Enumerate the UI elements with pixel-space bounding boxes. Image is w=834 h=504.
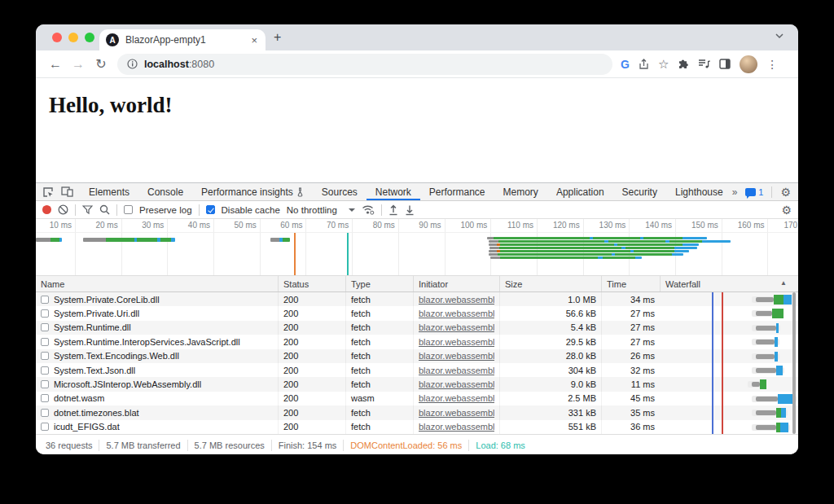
table-row[interactable]: System.Text.Json.dll200fetchblazor.webas… — [36, 363, 798, 377]
google-account-icon[interactable]: G — [621, 58, 630, 71]
reading-list-icon[interactable] — [698, 59, 710, 69]
preserve-log-checkbox[interactable] — [124, 205, 133, 214]
row-checkbox[interactable] — [41, 394, 49, 402]
minimize-window-button[interactable] — [68, 33, 78, 42]
waterfall-blue-bar — [776, 366, 783, 375]
tab-memory[interactable]: Memory — [494, 183, 547, 200]
network-settings-icon[interactable]: ⚙ — [781, 204, 792, 216]
tab-console[interactable]: Console — [138, 183, 192, 200]
bookmark-star-icon[interactable]: ☆ — [658, 57, 669, 72]
issues-badge[interactable]: 1 — [745, 187, 763, 197]
column-header-size[interactable]: Size — [499, 276, 601, 291]
throttling-dropdown[interactable]: No throttling — [287, 205, 355, 215]
cell-waterfall — [660, 420, 797, 434]
inspect-element-icon[interactable] — [42, 186, 54, 198]
column-header-label: Size — [505, 279, 522, 289]
close-window-button[interactable] — [52, 33, 62, 42]
status-bar-item: 5.7 MB transferred — [99, 440, 187, 451]
record-network-log-button[interactable] — [42, 205, 51, 214]
import-har-icon[interactable] — [388, 204, 398, 216]
ruler-tick: 100 ms — [446, 219, 492, 275]
maximize-window-button[interactable] — [85, 33, 94, 42]
tab-close-icon[interactable]: × — [249, 34, 259, 46]
site-info-icon[interactable] — [127, 59, 138, 69]
row-checkbox[interactable] — [41, 352, 49, 360]
table-row[interactable]: dotnet.timezones.blat200fetchblazor.weba… — [36, 405, 798, 419]
table-row[interactable]: Microsoft.JSInterop.WebAssembly.dll200fe… — [36, 377, 798, 391]
table-row[interactable]: System.Private.CoreLib.dll200fetchblazor… — [36, 292, 798, 306]
tab-application[interactable]: Application — [547, 183, 613, 200]
row-checkbox[interactable] — [41, 423, 49, 431]
initiator-link[interactable]: blazor.webassembly… — [419, 309, 494, 318]
row-checkbox[interactable] — [41, 309, 49, 318]
initiator-link[interactable]: blazor.webassembly… — [419, 393, 494, 403]
initiator-link[interactable]: blazor.webassembly… — [419, 422, 494, 432]
new-tab-button[interactable]: + — [274, 31, 281, 44]
row-checkbox[interactable] — [41, 296, 49, 304]
initiator-link[interactable]: blazor.webassembly… — [419, 379, 494, 389]
row-checkbox[interactable] — [41, 338, 49, 346]
network-overview[interactable]: 10 ms20 ms30 ms40 ms50 ms60 ms70 ms80 ms… — [36, 219, 798, 276]
row-checkbox[interactable] — [41, 409, 49, 417]
table-scrollbar[interactable] — [792, 292, 796, 434]
browser-menu-icon[interactable]: ⋮ — [766, 58, 778, 71]
table-row[interactable]: icudt_EFIGS.dat200fetchblazor.webassembl… — [36, 420, 798, 434]
column-header-time[interactable]: Time — [601, 276, 660, 291]
devtools-panel: ElementsConsolePerformance insightsSourc… — [36, 182, 798, 454]
table-row[interactable]: dotnet.wasm200wasmblazor.webassembly…2.5… — [36, 392, 798, 405]
initiator-link[interactable]: blazor.webassembly… — [419, 337, 494, 347]
request-size: 29.5 kB — [499, 335, 601, 348]
table-row[interactable]: System.Runtime.InteropServices.JavaScrip… — [36, 335, 798, 348]
export-har-icon[interactable] — [405, 204, 415, 216]
tab-lighthouse[interactable]: Lighthouse — [666, 183, 732, 200]
filter-icon[interactable] — [82, 205, 93, 215]
cell-name: dotnet.wasm — [36, 392, 278, 405]
extensions-puzzle-icon[interactable] — [678, 59, 689, 70]
back-button[interactable]: ← — [44, 57, 67, 72]
devtools-settings-icon[interactable]: ⚙ — [780, 186, 791, 198]
row-checkbox[interactable] — [41, 380, 49, 388]
search-icon[interactable] — [99, 204, 110, 215]
clear-network-log-icon[interactable] — [58, 204, 68, 215]
profile-avatar[interactable] — [740, 55, 757, 73]
column-header-type[interactable]: Type — [345, 276, 413, 291]
table-row[interactable]: System.Text.Encodings.Web.dll200fetchbla… — [36, 349, 798, 363]
column-header-label: Type — [351, 279, 371, 289]
ruler-tick-label: 30 ms — [142, 221, 164, 230]
request-name: System.Private.CoreLib.dll — [54, 295, 160, 305]
forward-button[interactable]: → — [67, 57, 90, 72]
sort-ascending-icon[interactable]: ▲ — [780, 279, 787, 287]
tab-elements[interactable]: Elements — [80, 183, 138, 200]
device-toolbar-icon[interactable] — [61, 186, 73, 197]
initiator-link[interactable]: blazor.webassembly… — [419, 408, 494, 418]
tab-sources[interactable]: Sources — [313, 183, 367, 200]
request-status: 200 — [278, 335, 345, 348]
disable-cache-checkbox[interactable] — [206, 205, 215, 214]
column-header-waterfall[interactable]: Waterfall — [660, 276, 797, 291]
address-bar[interactable]: localhost:8080 — [117, 54, 612, 75]
tab-search-chevron-icon[interactable] — [775, 33, 784, 39]
row-checkbox[interactable] — [41, 366, 49, 375]
tab-performance[interactable]: Performance — [420, 183, 494, 200]
column-header-status[interactable]: Status — [278, 276, 345, 291]
row-checkbox[interactable] — [41, 323, 49, 331]
request-size: 331 kB — [499, 405, 601, 419]
side-panel-icon[interactable] — [719, 59, 731, 69]
initiator-link[interactable]: blazor.webassembly… — [419, 322, 494, 332]
browser-tab[interactable]: A BlazorApp-empty1 × — [99, 29, 266, 50]
more-tabs-icon[interactable]: » — [732, 186, 738, 198]
initiator-link[interactable]: blazor.webassembly… — [419, 295, 494, 305]
table-row[interactable]: System.Private.Uri.dll200fetchblazor.web… — [36, 306, 798, 320]
table-row[interactable]: System.Runtime.dll200fetchblazor.webasse… — [36, 321, 798, 335]
column-header-initiator[interactable]: Initiator — [413, 276, 499, 291]
network-conditions-icon[interactable] — [362, 204, 375, 215]
share-icon[interactable] — [639, 59, 649, 70]
tab-performance-insights[interactable]: Performance insights — [192, 183, 313, 200]
initiator-link[interactable]: blazor.webassembly… — [419, 366, 494, 375]
initiator-link[interactable]: blazor.webassembly… — [419, 351, 494, 361]
reload-button[interactable]: ↻ — [90, 56, 112, 72]
column-header-name[interactable]: Name — [36, 276, 278, 291]
tab-network[interactable]: Network — [367, 183, 420, 200]
tab-security[interactable]: Security — [613, 183, 666, 200]
tab-label: Security — [622, 186, 657, 198]
